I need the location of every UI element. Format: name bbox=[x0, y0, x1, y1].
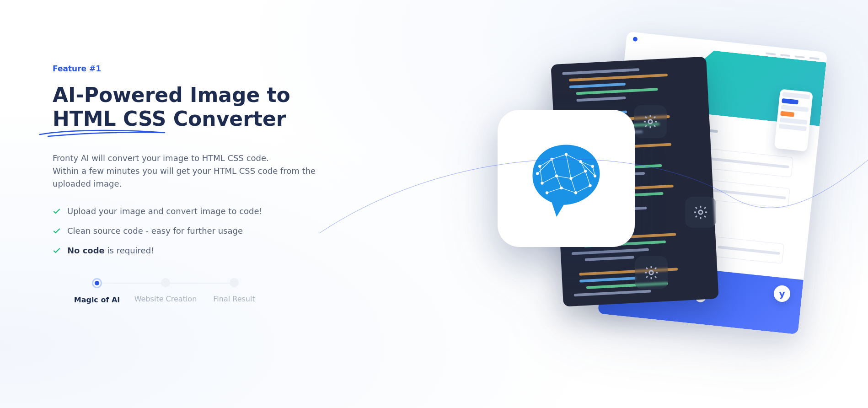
feature-text-column: Feature #1 AI-Powered Image to HTML CSS … bbox=[53, 64, 345, 304]
svg-point-10 bbox=[569, 177, 572, 180]
bullet-text: Clean source code - easy for further usa… bbox=[67, 226, 243, 236]
svg-point-0 bbox=[648, 120, 653, 124]
gear-icon bbox=[685, 197, 716, 228]
bullet-item: Clean source code - easy for further usa… bbox=[53, 226, 345, 236]
lead-line-2: Within a few minutes you will get your H… bbox=[53, 166, 316, 188]
svg-point-8 bbox=[541, 182, 543, 184]
svg-point-17 bbox=[591, 165, 594, 168]
bullet-text: Upload your image and convert image to c… bbox=[67, 206, 263, 216]
bullet-item: Upload your image and convert image to c… bbox=[53, 206, 345, 216]
heading-line-1: AI-Powered Image to bbox=[53, 83, 290, 107]
step-website-creation[interactable]: Website Creation bbox=[131, 278, 200, 303]
feature-step-nav: Magic of AI Website Creation Final Resul… bbox=[63, 278, 345, 304]
step-magic-of-ai[interactable]: Magic of AI bbox=[63, 278, 131, 304]
feature-lead: Fronty AI will convert your image to HTM… bbox=[53, 152, 345, 190]
bullet-strong: No code bbox=[67, 246, 105, 255]
bullet-text: No code is required! bbox=[67, 246, 154, 255]
svg-point-3 bbox=[536, 172, 539, 175]
gear-icon bbox=[634, 105, 667, 138]
mockup-phone bbox=[774, 89, 813, 151]
svg-point-13 bbox=[560, 187, 563, 189]
svg-point-11 bbox=[584, 170, 587, 172]
feature-section: Feature #1 AI-Powered Image to HTML CSS … bbox=[0, 0, 868, 408]
svg-point-2 bbox=[649, 271, 654, 275]
y-badge-icon: y bbox=[774, 285, 790, 302]
svg-point-9 bbox=[555, 175, 558, 177]
check-icon bbox=[53, 227, 61, 235]
svg-point-12 bbox=[546, 191, 548, 194]
step-final-result[interactable]: Final Result bbox=[200, 278, 268, 303]
svg-point-5 bbox=[565, 153, 568, 156]
check-icon bbox=[53, 207, 61, 215]
svg-point-7 bbox=[594, 175, 596, 177]
step-track: Magic of AI Website Creation Final Resul… bbox=[63, 278, 268, 304]
feature-bullet-list: Upload your image and convert image to c… bbox=[53, 206, 345, 255]
bullet-item: No code is required! bbox=[53, 246, 345, 255]
svg-point-16 bbox=[538, 165, 541, 168]
brain-icon bbox=[518, 130, 614, 226]
svg-point-15 bbox=[589, 184, 591, 187]
feature-illustration: y bbox=[402, 32, 841, 370]
feature-eyebrow: Feature #1 bbox=[53, 64, 345, 73]
step-label: Final Result bbox=[213, 295, 255, 303]
feature-heading: AI-Powered Image to HTML CSS Converter bbox=[53, 83, 345, 131]
step-dot-icon bbox=[161, 278, 170, 287]
lead-line-1: Fronty AI will convert your image to HTM… bbox=[53, 153, 269, 163]
gear-icon bbox=[635, 256, 668, 289]
ai-brain-card bbox=[498, 110, 635, 247]
step-dot-icon bbox=[92, 278, 102, 288]
step-label: Magic of AI bbox=[74, 295, 120, 304]
svg-point-6 bbox=[579, 160, 582, 163]
svg-point-4 bbox=[550, 158, 553, 161]
bullet-rest: is required! bbox=[105, 246, 154, 255]
heading-line-2-rest: Converter bbox=[166, 107, 286, 130]
svg-point-1 bbox=[699, 210, 703, 215]
check-icon bbox=[53, 247, 61, 255]
heading-underlined-phrase: HTML CSS bbox=[53, 107, 166, 131]
heading-underline-text: HTML CSS bbox=[53, 107, 166, 130]
step-label: Website Creation bbox=[134, 295, 197, 303]
svg-point-14 bbox=[574, 191, 577, 194]
step-dot-icon bbox=[230, 278, 239, 287]
